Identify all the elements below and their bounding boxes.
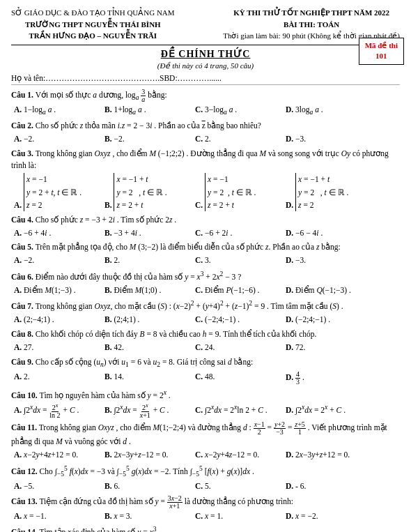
ho-ten-line: Họ và tên:…………………………………….SBD:…………...... xyxy=(11,73,400,85)
q10-a: A. ∫2xdx = 2xln 2 + C . xyxy=(14,402,98,419)
q3-answers: A. x = −1 y = 2 + t, t ∈ ℝ . z = 2 B. x … xyxy=(14,173,400,212)
q1-c: C. 3−loga a . xyxy=(195,104,279,118)
q13-text: Tiệm cận đứng của đồ thị hàm số y = 3x−2… xyxy=(39,497,293,506)
q1-text: Với mọi số thực a dương, loga 3a bằng: xyxy=(36,91,167,99)
question-4: Câu 4. Cho số phức z = −3 + 2i . Tìm số … xyxy=(11,214,400,240)
q4-text: Cho số phức z = −3 + 2i . Tìm số phức 2z… xyxy=(36,215,176,224)
q7-d: D. (−2;4;−1) . xyxy=(286,314,369,326)
q2-b: B. −2. xyxy=(104,133,188,146)
q13-d: D. x = −2. xyxy=(286,510,369,523)
question-12: Câu 12. Cho ∫−55 f(x)dx = −3 và ∫−55 g(x… xyxy=(11,464,400,493)
q5-d: D. −3. xyxy=(286,254,369,267)
q11-answers: A. x−2y+4z+12 = 0. B. 2x−3y+z−12 = 0. C.… xyxy=(14,449,400,462)
q8-label: Câu 8. xyxy=(11,330,33,338)
q4-c: C. −6 + 2i . xyxy=(195,227,279,240)
q9-label: Câu 9. xyxy=(11,358,33,366)
q6-d: D. Điểm Q(−1;−3) . xyxy=(286,284,369,297)
q8-b: B. 42. xyxy=(104,342,188,354)
header-left-line1: SỞ GIÁO DỤC & ĐÀO TẠO TỈNH QUẢNG NAM xyxy=(11,7,175,19)
q12-label: Câu 12. xyxy=(11,467,38,476)
q1-label: Câu 1. xyxy=(11,91,33,99)
header-right: KỲ THI THỬ TỐT NGHIỆP THPT NĂM 2022 BÀI … xyxy=(223,7,400,42)
question-5: Câu 5. Trên mặt phẳng tọa độ, cho M (3;−… xyxy=(11,241,400,267)
q3-text: Trong không gian Oxyz , cho điểm M (−1;2… xyxy=(11,149,389,170)
q11-a: A. x−2y+4z+12 = 0. xyxy=(14,449,98,462)
q7-text: Trong không gian Oxyz, cho mặt cầu (S) :… xyxy=(36,302,343,310)
q5-label: Câu 5. xyxy=(11,243,33,251)
q7-a: A. (2;−4;1) . xyxy=(14,314,98,326)
q8-d: D. 72. xyxy=(286,342,369,354)
q8-text: Cho khối chóp có diện tích đáy B = 8 và … xyxy=(36,330,317,338)
q7-answers: A. (2;−4;1) . B. (2;4;1) . C. (−2;4;−1) … xyxy=(14,314,400,326)
q9-a: A. 2. xyxy=(14,371,98,386)
q7-b: B. (2;4;1) . xyxy=(104,314,188,326)
q12-c: C. 5. xyxy=(195,480,279,493)
q11-text: Trong không gian Oxyz , cho điểm M(1;−2;… xyxy=(11,423,387,446)
question-7: Câu 7. Trong không gian Oxyz, cho mặt cầ… xyxy=(11,298,400,326)
q9-answers: A. 2. B. 14. C. 48. D. 43 . xyxy=(14,371,400,386)
q4-b: B. −3 + 4i . xyxy=(104,227,188,240)
q14-text: Tìm tập xác định của hàm số y = x3 . xyxy=(39,528,160,532)
q12-text: Cho ∫−55 f(x)dx = −3 và ∫−55 g(x)dx = −2… xyxy=(40,467,254,476)
q9-d: D. 43 . xyxy=(286,371,369,386)
question-10: Câu 10. Tìm họ nguyên hàm của hàm số y =… xyxy=(11,388,400,420)
q12-answers: A. −5. B. 6. C. 5. D. - 6. xyxy=(14,480,400,493)
header-left-line3: TRẦN HƯNG ĐẠO – NGUYỄN TRÃI xyxy=(11,30,175,42)
q2-a: A. −2. xyxy=(14,133,98,146)
q2-answers: A. −2. B. −2. C. 2. D. −3. xyxy=(14,133,400,146)
q12-b: B. 6. xyxy=(104,480,188,493)
q13-a: A. x = −1. xyxy=(14,510,98,523)
q2-label: Câu 2. xyxy=(11,121,33,130)
header: SỞ GIÁO DỤC & ĐÀO TẠO TỈNH QUẢNG NAM TRƯ… xyxy=(11,7,400,42)
q4-a: A. −6 + 4i . xyxy=(14,227,98,240)
q7-label: Câu 7. xyxy=(11,302,33,310)
header-divider xyxy=(11,45,400,45)
q3-label: Câu 3. xyxy=(11,149,33,158)
q10-b: B. ∫2xdx = 2xx+1 + C . xyxy=(104,402,188,419)
q10-d: D. ∫2xdx = 2x + C . xyxy=(286,402,369,419)
question-8: Câu 8. Cho khối chóp có diện tích đáy B … xyxy=(11,328,400,354)
q13-answers: A. x = −1. B. x = 3. C. x = 1. D. x = −2… xyxy=(14,510,400,523)
q3-b: B. x = −1 + t y = 2 , t ∈ ℝ . z = 2 + t xyxy=(104,173,188,212)
q10-c: C. ∫2xdx = 2xln 2 + C . xyxy=(195,402,279,419)
q1-answers: A. 1−loga a . B. 1+loga a . C. 3−loga a … xyxy=(14,104,400,118)
q7-c: C. (−2;4;−1) . xyxy=(195,314,279,326)
ma-de-label: Mã đề thi xyxy=(365,41,398,50)
ma-de-number: 101 xyxy=(375,52,387,60)
q9-b: B. 14. xyxy=(104,371,188,386)
q12-d: D. - 6. xyxy=(286,480,369,493)
q10-label: Câu 10. xyxy=(11,391,38,400)
q8-answers: A. 27. B. 42. C. 24. D. 72. xyxy=(14,342,400,354)
q4-d: D. −6 − 4i . xyxy=(286,227,369,240)
q3-d: D. x = −1 + t y = 2 , t ∈ ℝ . z = 2 xyxy=(286,173,369,212)
q1-a: A. 1−loga a . xyxy=(14,104,98,118)
question-3: Câu 3. Trong không gian Oxyz , cho điểm … xyxy=(11,148,400,212)
q14-label: Câu 14. xyxy=(11,528,38,532)
q6-text: Điểm nào dưới đây thuộc đồ thị của hàm s… xyxy=(36,273,241,281)
question-1: Câu 1. Với mọi số thực a dương, loga 3a … xyxy=(11,89,400,118)
question-2: Câu 2. Cho số phức z thỏa mãn i.z = 2 − … xyxy=(11,120,400,146)
q10-answers: A. ∫2xdx = 2xln 2 + C . B. ∫2xdx = 2xx+1… xyxy=(14,402,400,419)
q12-a: A. −5. xyxy=(14,480,98,493)
header-right-line1: KỲ THI THỬ TỐT NGHIỆP THPT NĂM 2022 xyxy=(223,7,400,19)
q11-label: Câu 11. xyxy=(11,423,37,432)
ma-de-box: Mã đề thi 101 xyxy=(359,38,404,65)
question-14: Câu 14. Tìm tập xác định của hàm số y = … xyxy=(11,524,400,532)
q1-d: D. 3loga a . xyxy=(286,104,369,118)
question-13: Câu 13. Tiệm cận đứng của đồ thị hàm số … xyxy=(11,495,400,523)
q2-d: D. −3. xyxy=(286,133,369,146)
q9-text: Cho cấp số cộng (un) với u1 = 6 và u2 = … xyxy=(36,358,253,366)
q11-c: C. x−2y+4z−12 = 0. xyxy=(195,449,279,462)
q8-a: A. 27. xyxy=(14,342,98,354)
q11-b: B. 2x−3y+z−12 = 0. xyxy=(104,449,188,462)
q5-b: B. 2. xyxy=(104,254,188,267)
q3-a: A. x = −1 y = 2 + t, t ∈ ℝ . z = 2 xyxy=(14,173,98,212)
question-6: Câu 6. Điểm nào dưới đây thuộc đồ thị củ… xyxy=(11,269,400,296)
de-note: (Đề thi này có 4 trang, 50 câu) xyxy=(11,61,400,70)
q6-answers: A. Điểm M(1;−3) . B. Điểm M(1;0) . C. Đi… xyxy=(14,284,400,297)
q13-c: C. x = 1. xyxy=(195,510,279,523)
q3-c: C. x = −1 y = 2 , t ∈ ℝ . z = 2 + t xyxy=(195,173,279,212)
q2-text: Cho số phức z thỏa mãn i.z = 2 − 3i . Ph… xyxy=(36,121,261,130)
question-9: Câu 9. Cho cấp số cộng (un) với u1 = 6 v… xyxy=(11,356,400,386)
de-chinh-thuc-title: ĐỀ CHÍNH THỨC xyxy=(11,48,400,60)
